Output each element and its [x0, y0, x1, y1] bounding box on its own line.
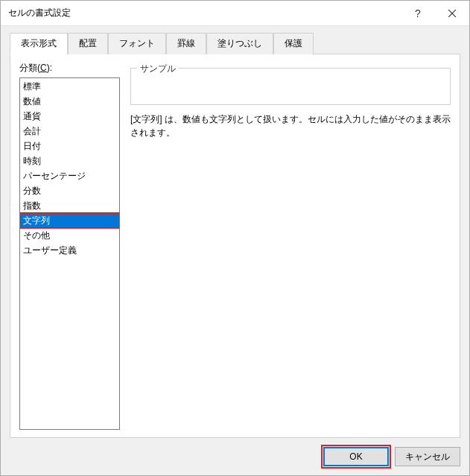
list-item[interactable]: 標準	[20, 79, 119, 94]
close-icon	[448, 10, 456, 17]
category-column: 分類(C): 標準 数値 通貨 会計 日付 時刻 パーセンテージ 分数 指数 文…	[19, 62, 120, 430]
format-description: [文字列] は、数値も文字列として扱います。セルには入力した値がそのまま表示され…	[130, 112, 451, 139]
list-item[interactable]: 時刻	[20, 153, 119, 168]
list-item[interactable]: パーセンテージ	[20, 168, 119, 183]
ok-button[interactable]: OK	[323, 447, 389, 466]
dialog-window: セルの書式設定 ? 表示形式 配置 フォント 罫線 塗りつぶし 保護 分類(C)…	[0, 0, 470, 476]
sample-legend: サンプル	[137, 63, 179, 75]
tab-fill[interactable]: 塗りつぶし	[206, 33, 273, 54]
dialog-footer: OK キャンセル	[1, 438, 469, 475]
list-item[interactable]: その他	[20, 228, 119, 243]
titlebar: セルの書式設定 ?	[1, 1, 469, 26]
category-listbox[interactable]: 標準 数値 通貨 会計 日付 時刻 パーセンテージ 分数 指数 文字列 その他 …	[19, 77, 120, 430]
help-button[interactable]: ?	[401, 1, 435, 26]
content-area: 表示形式 配置 フォント 罫線 塗りつぶし 保護 分類(C): 標準 数値 通貨…	[1, 26, 469, 438]
tab-strip: 表示形式 配置 フォント 罫線 塗りつぶし 保護	[10, 32, 460, 54]
cancel-button[interactable]: キャンセル	[395, 447, 460, 466]
list-item[interactable]: 分数	[20, 183, 119, 198]
window-title: セルの書式設定	[8, 7, 401, 19]
panel-body: 分類(C): 標準 数値 通貨 会計 日付 時刻 パーセンテージ 分数 指数 文…	[19, 62, 451, 430]
close-button[interactable]	[435, 1, 469, 26]
category-label: 分類(C):	[19, 62, 120, 74]
sample-group: サンプル	[130, 68, 451, 105]
tab-border[interactable]: 罫線	[166, 33, 206, 54]
list-item[interactable]: ユーザー定義	[20, 243, 119, 258]
tab-alignment[interactable]: 配置	[68, 33, 108, 54]
list-item[interactable]: 日付	[20, 139, 119, 153]
tab-font[interactable]: フォント	[108, 33, 166, 54]
list-item[interactable]: 会計	[20, 124, 119, 139]
tab-panel-number-format: 分類(C): 標準 数値 通貨 会計 日付 時刻 パーセンテージ 分数 指数 文…	[10, 54, 460, 438]
detail-column: サンプル [文字列] は、数値も文字列として扱います。セルには入力した値がそのま…	[130, 62, 451, 430]
tab-protection[interactable]: 保護	[273, 33, 314, 54]
list-item[interactable]: 数値	[20, 94, 119, 109]
list-item[interactable]: 通貨	[20, 109, 119, 124]
list-item[interactable]: 指数	[20, 198, 119, 213]
tab-number-format[interactable]: 表示形式	[10, 33, 68, 54]
list-item-selected[interactable]: 文字列	[20, 213, 119, 228]
